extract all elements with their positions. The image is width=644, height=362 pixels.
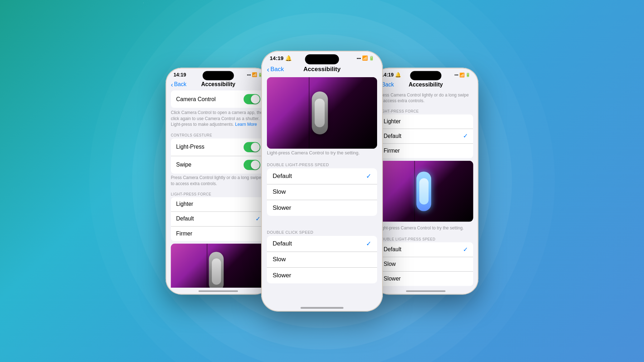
dynamic-island-right [410,71,441,80]
status-time-center: 14:19 🔔 [270,55,292,61]
status-time-left: 14:19 [174,71,186,77]
phone-right: 14:19 🔔 ▪▪▪ 📶 🔋 ‹ Back Accessibility Pre… [373,68,478,294]
dynamic-island-left [203,71,234,80]
dlp-slow-label: Slow [273,188,286,195]
status-icons-left: ▪▪▪ 📶 🔋 [247,72,263,77]
top-description-right: Press Camera Control lightly or do a lon… [373,91,478,107]
status-icons-right: ▪▪▪ 📶 🔋 [454,72,470,77]
preview-caption-right: Light-press Camera Control to try the se… [373,224,478,233]
dlp-slower-label: Slower [273,204,291,212]
double-light-press-group-center: Default ✓ Slow Slower [267,168,377,216]
controls-gesture-description: Press Camera Control lightly or do a lon… [166,173,271,189]
camera-control-label: Camera Control [176,96,215,102]
home-indicator-left [199,290,238,292]
dlp-slower-row[interactable]: Slower [267,200,377,216]
dlp-slower-row-right[interactable]: Slower [379,272,473,286]
phones-container: 14:19 ▪▪▪ 📶 🔋 ‹ Back Accessibility [161,51,483,312]
back-button-left[interactable]: ‹ Back [171,81,187,88]
double-click-group-center: Default ✓ Slow Slower [267,236,377,283]
dc-slower-label: Slower [273,272,291,279]
firmer-label-right: Firmer [384,148,400,154]
preview-divider-left [207,243,208,287]
firmer-row-right[interactable]: Firmer [379,144,473,158]
lighter-row-right[interactable]: Lighter [379,114,473,129]
nav-bar-right: ‹ Back Accessibility [373,79,478,90]
camera-control-group: Camera Control [171,90,266,108]
default-force-row-right[interactable]: Default ✓ [379,129,473,144]
phone-left: 14:19 ▪▪▪ 📶 🔋 ‹ Back Accessibility [166,68,271,294]
firmer-row[interactable]: Firmer [171,226,266,240]
dc-default-label: Default [273,240,292,247]
swipe-knob [251,160,260,169]
content-left: Camera Control Click Camera Control to o… [166,90,271,288]
dc-default-row[interactable]: Default ✓ [267,236,377,252]
wifi-icon-left: 📶 [252,72,257,77]
back-label-left[interactable]: Back [174,81,186,88]
signal-icon-right: ▪▪▪ [454,73,458,76]
back-chevron-center: ‹ [267,66,269,73]
nav-title-right: Accessibility [409,81,443,88]
dlp-default-row[interactable]: Default ✓ [267,168,377,184]
double-light-press-header-center: DOUBLE LIGHT-PRESS SPEED [261,158,383,168]
default-force-row[interactable]: Default ✓ [171,212,266,226]
default-force-checkmark-right: ✓ [463,133,468,140]
home-indicator-center [301,307,343,309]
signal-icon-left: ▪▪▪ [247,72,251,76]
light-press-force-header-right: LIGHT-PRESS FORCE [373,106,478,114]
dlp-slow-label-right: Slow [384,261,396,267]
light-press-force-header: LIGHT-PRESS FORCE [166,189,271,197]
camera-control-row[interactable]: Camera Control [171,90,266,108]
dlp-default-label-right: Default [384,246,401,253]
dlp-slow-row[interactable]: Slow [267,184,377,200]
home-indicator-right [406,290,445,292]
learn-more-link[interactable]: Learn More [235,122,257,127]
phone-right-wrapper: 14:19 🔔 ▪▪▪ 📶 🔋 ‹ Back Accessibility Pre… [373,68,478,294]
double-light-press-header-right: DOUBLE LIGHT-PRESS SPEED [373,233,478,242]
wifi-icon-center: 📶 [362,55,368,61]
nav-bar-center: ‹ Back Accessibility [261,63,383,76]
double-click-header-center: DOUBLE CLICK SPEED [261,226,383,236]
light-press-force-group-right: Lighter Default ✓ Firmer [379,114,473,158]
dlp-slow-row-right[interactable]: Slow [379,257,473,271]
preview-caption-center: Light-press Camera Control to try the se… [261,149,383,158]
light-press-toggle[interactable] [244,142,260,152]
swipe-toggle[interactable] [244,159,260,170]
dlp-default-check-right: ✓ [463,246,468,253]
camera-button-visual-right [416,172,431,211]
swipe-row[interactable]: Swipe [171,156,266,173]
status-time-right: 14:19 🔔 [381,71,401,78]
phone-left-wrapper: 14:19 ▪▪▪ 📶 🔋 ‹ Back Accessibility [166,68,271,294]
section-divider-center [261,216,383,226]
dc-slow-label: Slow [273,256,286,263]
light-press-row[interactable]: Light-Press [171,138,266,156]
dlp-default-check: ✓ [366,172,371,180]
dc-default-check: ✓ [366,240,371,248]
wifi-icon-right: 📶 [459,72,465,77]
default-force-label-right: Default [384,133,401,139]
content-center: Light-press Camera Control to try the se… [261,76,383,306]
back-label-right[interactable]: Back [381,81,394,88]
firmer-label: Firmer [176,230,192,237]
phone-center-wrapper: 14:19 🔔 ▪▪▪ 📶 🔋 ‹ Back Accessibility [261,51,383,312]
back-label-center[interactable]: Back [270,66,284,73]
controls-gesture-group: Light-Press Swipe [171,138,266,173]
back-button-center[interactable]: ‹ Back [267,66,284,73]
camera-preview-right [379,161,473,222]
double-click-header-right: DOUBLE CLICK SPEED [373,286,478,288]
lighter-label-right: Lighter [384,118,401,125]
camera-control-toggle[interactable] [244,94,260,104]
dlp-slower-label-right: Slower [384,276,401,282]
preview-divider-center [309,77,309,149]
dlp-default-row-right[interactable]: Default ✓ [379,242,473,257]
back-chevron-left: ‹ [171,81,173,88]
dc-slow-row[interactable]: Slow [267,252,377,268]
lighter-label: Lighter [176,201,193,207]
camera-preview-center [267,77,377,149]
dc-slower-row[interactable]: Slower [267,268,377,283]
dlp-default-label: Default [273,173,292,180]
light-press-label: Light-Press [176,144,204,150]
dynamic-island-center [305,54,339,64]
lighter-row[interactable]: Lighter [171,197,266,212]
camera-button-inner-left [212,258,221,285]
light-press-force-group: Lighter Default ✓ Firmer [171,197,266,241]
